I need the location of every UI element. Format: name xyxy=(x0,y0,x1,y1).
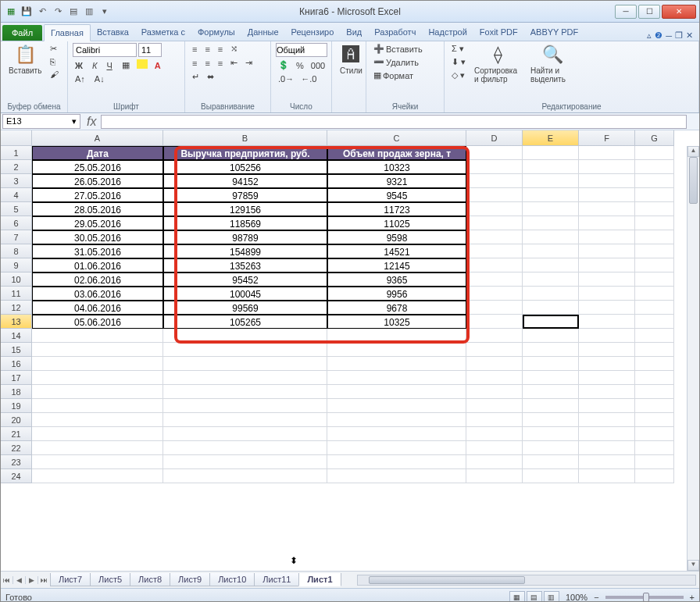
cell[interactable] xyxy=(579,230,635,244)
cell[interactable] xyxy=(32,427,163,441)
cell[interactable] xyxy=(466,287,523,301)
cell[interactable] xyxy=(579,413,635,427)
cell[interactable] xyxy=(466,455,523,469)
cell[interactable] xyxy=(466,301,523,315)
scrollbar-thumb[interactable] xyxy=(369,576,525,584)
cell[interactable] xyxy=(579,371,635,385)
cell[interactable] xyxy=(466,146,523,160)
cell[interactable]: 04.06.2016 xyxy=(32,301,163,315)
row-header[interactable]: 23 xyxy=(1,455,32,469)
scroll-up-icon[interactable]: ▲ xyxy=(688,146,699,157)
minimize-ribbon-icon[interactable]: ▵ xyxy=(647,30,652,41)
cell[interactable]: 10323 xyxy=(327,160,466,174)
cell[interactable]: 129156 xyxy=(163,202,327,216)
cell[interactable] xyxy=(635,343,674,357)
minimize-button[interactable]: ─ xyxy=(615,5,637,19)
cell[interactable] xyxy=(466,357,523,371)
cell[interactable] xyxy=(635,385,674,399)
row-header[interactable]: 22 xyxy=(1,441,32,455)
sheet-tab[interactable]: Лист1 xyxy=(298,573,341,586)
fill-color-button[interactable] xyxy=(137,59,148,69)
cell[interactable] xyxy=(635,357,674,371)
cell[interactable] xyxy=(163,427,327,441)
cell[interactable] xyxy=(163,413,327,427)
ribbon-tab[interactable]: ABBYY PDF xyxy=(524,24,585,41)
cell[interactable] xyxy=(163,357,327,371)
cell[interactable] xyxy=(635,469,674,483)
cell[interactable] xyxy=(523,258,579,273)
cell[interactable] xyxy=(466,413,523,427)
cell[interactable] xyxy=(466,399,523,413)
cell[interactable] xyxy=(523,202,579,216)
cell[interactable] xyxy=(32,413,163,427)
cell[interactable] xyxy=(579,329,635,343)
cell[interactable] xyxy=(579,301,635,315)
underline-button[interactable]: Ч xyxy=(104,59,114,71)
format-painter-button[interactable]: 🖌 xyxy=(48,69,61,80)
cell[interactable] xyxy=(635,188,674,202)
insert-cells-button[interactable]: ➕ Вставить xyxy=(371,43,425,55)
cell[interactable]: 31.05.2016 xyxy=(32,244,163,258)
cell[interactable] xyxy=(523,315,579,329)
align-mid-icon[interactable]: ≡ xyxy=(202,43,212,55)
cell[interactable] xyxy=(466,258,523,273)
cell[interactable]: 105256 xyxy=(163,160,327,174)
zoom-knob[interactable] xyxy=(643,593,649,602)
cell[interactable]: 154899 xyxy=(163,244,327,258)
sheet-tab[interactable]: Лист10 xyxy=(209,573,255,586)
page-layout-icon[interactable]: ▤ xyxy=(527,591,542,603)
align-bot-icon[interactable]: ≡ xyxy=(216,43,225,55)
paste-button[interactable]: 📋Вставить xyxy=(5,43,45,77)
font-color-button[interactable]: А xyxy=(152,59,163,71)
cell[interactable] xyxy=(523,343,579,357)
prev-sheet-icon[interactable]: ◀ xyxy=(13,576,26,584)
ribbon-tab[interactable]: Формулы xyxy=(191,24,241,41)
align-right-icon[interactable]: ≡ xyxy=(216,57,225,69)
doc-minimize-icon[interactable]: ─ xyxy=(666,31,672,41)
sort-filter-button[interactable]: ⟠Сортировка и фильтр xyxy=(471,43,524,85)
styles-button[interactable]: 🅰Стили xyxy=(337,43,366,77)
font-name-select[interactable] xyxy=(73,43,137,57)
cell[interactable] xyxy=(32,399,163,413)
cell[interactable] xyxy=(523,230,579,244)
indent-dec-icon[interactable]: ⇤ xyxy=(228,57,240,69)
cell[interactable] xyxy=(635,287,674,301)
cell[interactable] xyxy=(579,357,635,371)
cell[interactable] xyxy=(32,329,163,343)
cell[interactable] xyxy=(466,385,523,399)
cell[interactable]: 9678 xyxy=(327,301,466,315)
cell[interactable] xyxy=(579,146,635,160)
cell[interactable] xyxy=(579,315,635,329)
zoom-in-icon[interactable]: + xyxy=(690,593,695,602)
cell[interactable] xyxy=(579,455,635,469)
currency-icon[interactable]: 💲 xyxy=(276,59,291,71)
cell[interactable] xyxy=(32,385,163,399)
cell[interactable] xyxy=(635,202,674,216)
cell[interactable]: 94152 xyxy=(163,174,327,188)
cell[interactable] xyxy=(523,188,579,202)
cell[interactable] xyxy=(523,455,579,469)
cell[interactable] xyxy=(523,287,579,301)
cell[interactable]: 9545 xyxy=(327,188,466,202)
cell[interactable] xyxy=(523,441,579,455)
row-header[interactable]: 5 xyxy=(1,202,32,216)
ribbon-tab[interactable]: Вид xyxy=(340,24,368,41)
cell[interactable] xyxy=(579,427,635,441)
cell[interactable]: 03.06.2016 xyxy=(32,287,163,301)
clear-icon[interactable]: ◇ ▾ xyxy=(449,69,468,81)
cell[interactable] xyxy=(163,469,327,483)
cell[interactable] xyxy=(466,273,523,287)
cell[interactable] xyxy=(579,343,635,357)
cell[interactable] xyxy=(327,371,466,385)
cell[interactable] xyxy=(635,174,674,188)
orientation-icon[interactable]: ⤭ xyxy=(228,43,240,55)
cell[interactable]: 26.05.2016 xyxy=(32,174,163,188)
cell[interactable] xyxy=(163,385,327,399)
cell[interactable] xyxy=(579,244,635,258)
cell[interactable]: 14521 xyxy=(327,244,466,258)
cell[interactable] xyxy=(635,216,674,230)
cell[interactable] xyxy=(327,399,466,413)
cell[interactable] xyxy=(579,441,635,455)
cell[interactable] xyxy=(466,244,523,258)
cell[interactable] xyxy=(635,301,674,315)
